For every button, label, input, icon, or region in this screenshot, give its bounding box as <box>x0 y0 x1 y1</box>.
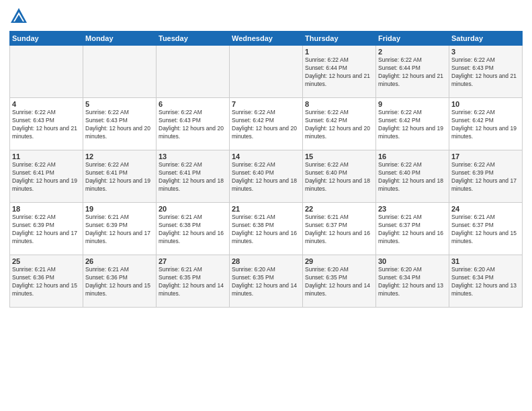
day-info: Sunrise: 6:21 AM Sunset: 6:39 PM Dayligh… <box>85 214 154 246</box>
day-number: 24 <box>451 205 520 213</box>
logo-icon <box>9 7 28 26</box>
day-number: 12 <box>85 152 154 161</box>
day-info: Sunrise: 6:21 AM Sunset: 6:35 PM Dayligh… <box>159 266 227 298</box>
calendar-cell: 16Sunrise: 6:22 AM Sunset: 6:40 PM Dayli… <box>376 150 449 203</box>
week-row-4: 18Sunrise: 6:22 AM Sunset: 6:39 PM Dayli… <box>10 203 523 255</box>
day-info: Sunrise: 6:20 AM Sunset: 6:34 PM Dayligh… <box>451 266 520 298</box>
col-header-sunday: Sunday <box>10 32 83 46</box>
day-number: 6 <box>159 100 227 108</box>
col-header-friday: Friday <box>376 32 449 46</box>
header-row: SundayMondayTuesdayWednesdayThursdayFrid… <box>10 32 523 46</box>
day-info: Sunrise: 6:22 AM Sunset: 6:42 PM Dayligh… <box>232 109 300 141</box>
day-number: 17 <box>451 152 520 161</box>
page-container: SundayMondayTuesdayWednesdayThursdayFrid… <box>0 0 532 411</box>
col-header-wednesday: Wednesday <box>230 32 303 46</box>
day-number: 31 <box>451 257 520 265</box>
day-number: 9 <box>378 100 447 108</box>
week-row-3: 11Sunrise: 6:22 AM Sunset: 6:41 PM Dayli… <box>10 150 523 203</box>
calendar-cell: 27Sunrise: 6:21 AM Sunset: 6:35 PM Dayli… <box>157 255 230 308</box>
day-info: Sunrise: 6:22 AM Sunset: 6:39 PM Dayligh… <box>12 214 81 246</box>
calendar-cell: 11Sunrise: 6:22 AM Sunset: 6:41 PM Dayli… <box>10 150 83 203</box>
day-number: 21 <box>232 205 300 213</box>
day-info: Sunrise: 6:22 AM Sunset: 6:43 PM Dayligh… <box>85 109 154 141</box>
week-row-1: 1Sunrise: 6:22 AM Sunset: 6:44 PM Daylig… <box>10 46 523 98</box>
day-number: 3 <box>451 48 520 56</box>
day-info: Sunrise: 6:21 AM Sunset: 6:37 PM Dayligh… <box>305 214 373 246</box>
day-number: 13 <box>159 152 227 161</box>
day-info: Sunrise: 6:22 AM Sunset: 6:43 PM Dayligh… <box>12 109 81 141</box>
calendar-cell: 8Sunrise: 6:22 AM Sunset: 6:42 PM Daylig… <box>303 98 376 150</box>
day-info: Sunrise: 6:20 AM Sunset: 6:34 PM Dayligh… <box>378 266 447 298</box>
calendar-cell: 29Sunrise: 6:20 AM Sunset: 6:35 PM Dayli… <box>303 255 376 308</box>
day-number: 10 <box>451 100 520 108</box>
day-info: Sunrise: 6:22 AM Sunset: 6:40 PM Dayligh… <box>232 161 300 193</box>
calendar-cell <box>83 46 157 98</box>
day-number: 20 <box>159 205 227 213</box>
calendar-cell: 28Sunrise: 6:20 AM Sunset: 6:35 PM Dayli… <box>230 255 303 308</box>
calendar-cell: 25Sunrise: 6:21 AM Sunset: 6:36 PM Dayli… <box>10 255 83 308</box>
day-number: 4 <box>12 100 81 108</box>
day-info: Sunrise: 6:22 AM Sunset: 6:39 PM Dayligh… <box>451 161 520 193</box>
calendar-cell: 3Sunrise: 6:22 AM Sunset: 6:43 PM Daylig… <box>449 46 523 98</box>
week-row-2: 4Sunrise: 6:22 AM Sunset: 6:43 PM Daylig… <box>10 98 523 150</box>
day-number: 5 <box>85 100 154 108</box>
day-number: 22 <box>305 205 373 213</box>
day-info: Sunrise: 6:22 AM Sunset: 6:42 PM Dayligh… <box>451 109 520 141</box>
day-number: 19 <box>85 205 154 213</box>
day-number: 18 <box>12 205 81 213</box>
day-info: Sunrise: 6:22 AM Sunset: 6:44 PM Dayligh… <box>378 56 447 89</box>
calendar-cell: 14Sunrise: 6:22 AM Sunset: 6:40 PM Dayli… <box>230 150 303 203</box>
day-info: Sunrise: 6:20 AM Sunset: 6:35 PM Dayligh… <box>305 266 373 298</box>
day-number: 7 <box>232 100 300 108</box>
day-number: 16 <box>378 152 447 161</box>
calendar-cell: 6Sunrise: 6:22 AM Sunset: 6:43 PM Daylig… <box>157 98 230 150</box>
day-info: Sunrise: 6:22 AM Sunset: 6:43 PM Dayligh… <box>159 109 227 141</box>
calendar-cell: 22Sunrise: 6:21 AM Sunset: 6:37 PM Dayli… <box>303 203 376 255</box>
calendar-cell: 17Sunrise: 6:22 AM Sunset: 6:39 PM Dayli… <box>449 150 523 203</box>
day-number: 15 <box>305 152 373 161</box>
calendar-cell: 10Sunrise: 6:22 AM Sunset: 6:42 PM Dayli… <box>449 98 523 150</box>
day-info: Sunrise: 6:20 AM Sunset: 6:35 PM Dayligh… <box>232 266 300 298</box>
col-header-thursday: Thursday <box>303 32 376 46</box>
day-number: 8 <box>305 100 373 108</box>
day-number: 29 <box>305 257 373 265</box>
calendar-cell <box>230 46 303 98</box>
day-info: Sunrise: 6:21 AM Sunset: 6:37 PM Dayligh… <box>378 214 447 246</box>
day-info: Sunrise: 6:22 AM Sunset: 6:44 PM Dayligh… <box>305 56 373 89</box>
day-info: Sunrise: 6:22 AM Sunset: 6:41 PM Dayligh… <box>12 161 81 193</box>
calendar-cell: 12Sunrise: 6:22 AM Sunset: 6:41 PM Dayli… <box>83 150 157 203</box>
col-header-tuesday: Tuesday <box>157 32 230 46</box>
calendar-cell: 20Sunrise: 6:21 AM Sunset: 6:38 PM Dayli… <box>157 203 230 255</box>
day-number: 14 <box>232 152 300 161</box>
calendar-cell: 9Sunrise: 6:22 AM Sunset: 6:42 PM Daylig… <box>376 98 449 150</box>
calendar-cell: 30Sunrise: 6:20 AM Sunset: 6:34 PM Dayli… <box>376 255 449 308</box>
calendar-cell: 13Sunrise: 6:22 AM Sunset: 6:41 PM Dayli… <box>157 150 230 203</box>
calendar-cell <box>10 46 83 98</box>
logo <box>9 7 31 26</box>
day-info: Sunrise: 6:21 AM Sunset: 6:38 PM Dayligh… <box>232 214 300 246</box>
col-header-saturday: Saturday <box>449 32 523 46</box>
day-info: Sunrise: 6:22 AM Sunset: 6:40 PM Dayligh… <box>305 161 373 193</box>
day-info: Sunrise: 6:21 AM Sunset: 6:36 PM Dayligh… <box>85 266 154 298</box>
day-info: Sunrise: 6:22 AM Sunset: 6:41 PM Dayligh… <box>85 161 154 193</box>
calendar-cell: 19Sunrise: 6:21 AM Sunset: 6:39 PM Dayli… <box>83 203 157 255</box>
calendar-cell: 21Sunrise: 6:21 AM Sunset: 6:38 PM Dayli… <box>230 203 303 255</box>
day-number: 27 <box>159 257 227 265</box>
col-header-monday: Monday <box>83 32 157 46</box>
day-info: Sunrise: 6:22 AM Sunset: 6:42 PM Dayligh… <box>378 109 447 141</box>
calendar-cell: 7Sunrise: 6:22 AM Sunset: 6:42 PM Daylig… <box>230 98 303 150</box>
day-info: Sunrise: 6:22 AM Sunset: 6:40 PM Dayligh… <box>378 161 447 193</box>
calendar-cell: 26Sunrise: 6:21 AM Sunset: 6:36 PM Dayli… <box>83 255 157 308</box>
day-info: Sunrise: 6:22 AM Sunset: 6:43 PM Dayligh… <box>451 56 520 89</box>
header <box>9 7 523 26</box>
day-number: 28 <box>232 257 300 265</box>
calendar-table: SundayMondayTuesdayWednesdayThursdayFrid… <box>9 31 523 308</box>
day-number: 25 <box>12 257 81 265</box>
calendar-cell: 31Sunrise: 6:20 AM Sunset: 6:34 PM Dayli… <box>449 255 523 308</box>
calendar-cell <box>157 46 230 98</box>
day-info: Sunrise: 6:21 AM Sunset: 6:38 PM Dayligh… <box>159 214 227 246</box>
day-info: Sunrise: 6:22 AM Sunset: 6:42 PM Dayligh… <box>305 109 373 141</box>
calendar-cell: 4Sunrise: 6:22 AM Sunset: 6:43 PM Daylig… <box>10 98 83 150</box>
day-number: 1 <box>305 48 373 56</box>
day-number: 26 <box>85 257 154 265</box>
